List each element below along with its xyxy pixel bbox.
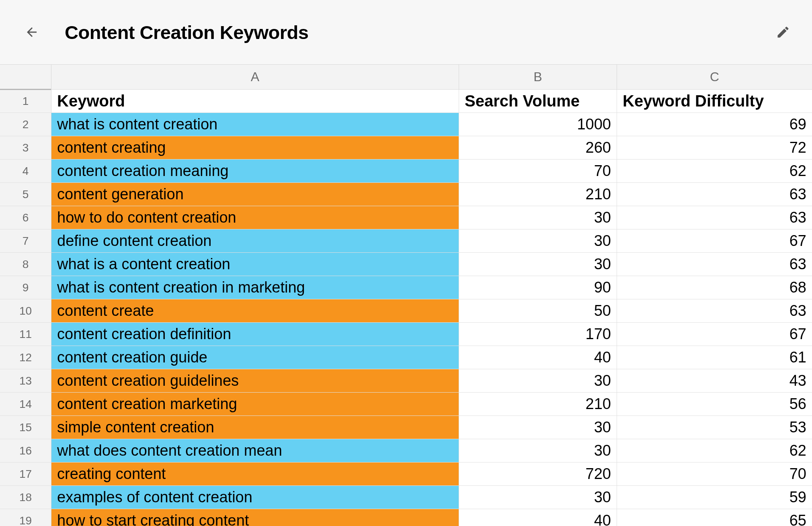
cell-difficulty[interactable]: 62 bbox=[617, 439, 812, 463]
cell-difficulty[interactable]: 62 bbox=[617, 160, 812, 183]
table-row: 12content creation guide4061 bbox=[0, 346, 812, 369]
cell-keyword[interactable]: what is a content creation bbox=[51, 253, 459, 276]
cell-difficulty[interactable]: 56 bbox=[617, 393, 812, 416]
table-row: 3content creating26072 bbox=[0, 136, 812, 160]
row-number[interactable]: 5 bbox=[0, 183, 51, 206]
cell-difficulty[interactable]: 68 bbox=[617, 276, 812, 299]
table-row: 8what is a content creation3063 bbox=[0, 253, 812, 276]
cell-volume[interactable]: 720 bbox=[459, 463, 617, 486]
row-number[interactable]: 11 bbox=[0, 323, 51, 346]
row-number[interactable]: 14 bbox=[0, 393, 51, 416]
row-number[interactable]: 10 bbox=[0, 299, 51, 323]
row-number[interactable]: 6 bbox=[0, 206, 51, 229]
table-row: 19how to start creating content4065 bbox=[0, 509, 812, 526]
cell-keyword[interactable]: how to start creating content bbox=[51, 509, 459, 526]
cell-keyword[interactable]: examples of content creation bbox=[51, 486, 459, 509]
back-button[interactable] bbox=[22, 23, 41, 42]
header-volume[interactable]: Search Volume bbox=[459, 90, 617, 113]
cell-volume[interactable]: 170 bbox=[459, 323, 617, 346]
row-number[interactable]: 1 bbox=[0, 90, 51, 113]
cell-keyword[interactable]: what is content creation in marketing bbox=[51, 276, 459, 299]
row-number[interactable]: 19 bbox=[0, 509, 51, 526]
cell-difficulty[interactable]: 63 bbox=[617, 253, 812, 276]
row-number[interactable]: 18 bbox=[0, 486, 51, 509]
header-row: 1 Keyword Search Volume Keyword Difficul… bbox=[0, 90, 812, 113]
table-row: 14content creation marketing21056 bbox=[0, 393, 812, 416]
cell-difficulty[interactable]: 59 bbox=[617, 486, 812, 509]
table-row: 15simple content creation3053 bbox=[0, 416, 812, 439]
cell-keyword[interactable]: how to do content creation bbox=[51, 206, 459, 229]
cell-keyword[interactable]: content create bbox=[51, 299, 459, 323]
cell-difficulty[interactable]: 63 bbox=[617, 206, 812, 229]
cell-keyword[interactable]: content creating bbox=[51, 136, 459, 160]
cell-volume[interactable]: 30 bbox=[459, 206, 617, 229]
cell-difficulty[interactable]: 63 bbox=[617, 299, 812, 323]
cell-keyword[interactable]: content creation definition bbox=[51, 323, 459, 346]
cell-volume[interactable]: 70 bbox=[459, 160, 617, 183]
table-row: 5content generation21063 bbox=[0, 183, 812, 206]
column-header-c[interactable]: C bbox=[617, 65, 812, 90]
table-row: 17creating content72070 bbox=[0, 463, 812, 486]
cell-volume[interactable]: 260 bbox=[459, 136, 617, 160]
row-number[interactable]: 4 bbox=[0, 160, 51, 183]
edit-button[interactable] bbox=[773, 23, 793, 42]
row-number[interactable]: 3 bbox=[0, 136, 51, 160]
cell-keyword[interactable]: content creation meaning bbox=[51, 160, 459, 183]
cell-difficulty[interactable]: 63 bbox=[617, 183, 812, 206]
cell-volume[interactable]: 1000 bbox=[459, 113, 617, 136]
cell-difficulty[interactable]: 65 bbox=[617, 509, 812, 526]
cell-difficulty[interactable]: 61 bbox=[617, 346, 812, 369]
cell-volume[interactable]: 30 bbox=[459, 369, 617, 393]
cell-volume[interactable]: 90 bbox=[459, 276, 617, 299]
cell-volume[interactable]: 210 bbox=[459, 393, 617, 416]
header-keyword[interactable]: Keyword bbox=[51, 90, 459, 113]
row-number[interactable]: 17 bbox=[0, 463, 51, 486]
cell-keyword[interactable]: define content creation bbox=[51, 229, 459, 253]
row-number[interactable]: 7 bbox=[0, 229, 51, 253]
column-header-a[interactable]: A bbox=[51, 65, 459, 90]
cell-volume[interactable]: 30 bbox=[459, 253, 617, 276]
cell-difficulty[interactable]: 67 bbox=[617, 323, 812, 346]
cell-volume[interactable]: 40 bbox=[459, 509, 617, 526]
cell-keyword[interactable]: content creation marketing bbox=[51, 393, 459, 416]
header-difficulty[interactable]: Keyword Difficulty bbox=[617, 90, 812, 113]
table-row: 4content creation meaning7062 bbox=[0, 160, 812, 183]
row-number[interactable]: 8 bbox=[0, 253, 51, 276]
table-row: 13content creation guidelines3043 bbox=[0, 369, 812, 393]
table-row: 11content creation definition17067 bbox=[0, 323, 812, 346]
arrow-left-icon bbox=[25, 25, 39, 39]
cell-difficulty[interactable]: 43 bbox=[617, 369, 812, 393]
cell-volume[interactable]: 40 bbox=[459, 346, 617, 369]
row-number[interactable]: 15 bbox=[0, 416, 51, 439]
row-number[interactable]: 13 bbox=[0, 369, 51, 393]
cell-difficulty[interactable]: 67 bbox=[617, 229, 812, 253]
row-number[interactable]: 16 bbox=[0, 439, 51, 463]
cell-volume[interactable]: 50 bbox=[459, 299, 617, 323]
cell-volume[interactable]: 30 bbox=[459, 439, 617, 463]
cell-keyword[interactable]: content generation bbox=[51, 183, 459, 206]
corner-cell[interactable] bbox=[0, 65, 51, 90]
cell-difficulty[interactable]: 53 bbox=[617, 416, 812, 439]
cell-difficulty[interactable]: 69 bbox=[617, 113, 812, 136]
spreadsheet[interactable]: A B C 1 Keyword Search Volume Keyword Di… bbox=[0, 64, 812, 526]
table-row: 10content create5063 bbox=[0, 299, 812, 323]
cell-keyword[interactable]: what does content creation mean bbox=[51, 439, 459, 463]
row-number[interactable]: 12 bbox=[0, 346, 51, 369]
cell-keyword[interactable]: what is content creation bbox=[51, 113, 459, 136]
cell-keyword[interactable]: content creation guidelines bbox=[51, 369, 459, 393]
table-row: 7define content creation3067 bbox=[0, 229, 812, 253]
cell-volume[interactable]: 210 bbox=[459, 183, 617, 206]
cell-difficulty[interactable]: 72 bbox=[617, 136, 812, 160]
cell-keyword[interactable]: simple content creation bbox=[51, 416, 459, 439]
table-row: 16what does content creation mean3062 bbox=[0, 439, 812, 463]
cell-difficulty[interactable]: 70 bbox=[617, 463, 812, 486]
cell-keyword[interactable]: content creation guide bbox=[51, 346, 459, 369]
column-header-b[interactable]: B bbox=[459, 65, 617, 90]
cell-keyword[interactable]: creating content bbox=[51, 463, 459, 486]
topbar: Content Creation Keywords bbox=[0, 0, 812, 64]
cell-volume[interactable]: 30 bbox=[459, 229, 617, 253]
row-number[interactable]: 9 bbox=[0, 276, 51, 299]
cell-volume[interactable]: 30 bbox=[459, 416, 617, 439]
cell-volume[interactable]: 30 bbox=[459, 486, 617, 509]
row-number[interactable]: 2 bbox=[0, 113, 51, 136]
